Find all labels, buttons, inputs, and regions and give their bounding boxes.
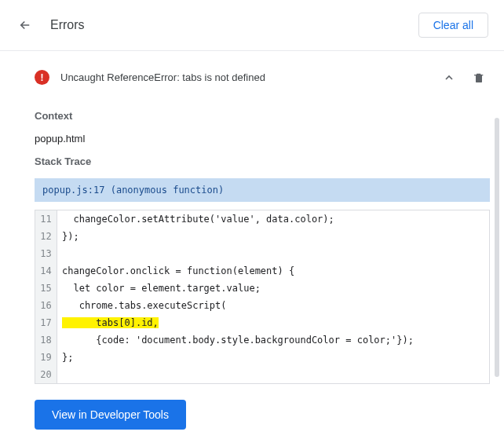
code-line: 18 {code: 'document.body.style.backgroun…	[35, 331, 489, 349]
code-line: 13	[35, 245, 489, 262]
error-message: Uncaught ReferenceError: tabs is not def…	[60, 71, 265, 83]
footer: View in Developer Tools	[0, 384, 504, 430]
code-line: 14changeColor.onclick = function(element…	[35, 262, 489, 280]
back-arrow-icon[interactable]	[17, 17, 33, 33]
code-line-highlight: 17 tabs[0].id,	[35, 314, 489, 331]
code-line: 20	[35, 366, 489, 383]
code-line: 19};	[35, 349, 489, 366]
code-line: 15 let color = element.target.value;	[35, 280, 489, 297]
trash-icon[interactable]	[473, 71, 485, 85]
code-line: 12});	[35, 228, 489, 245]
stack-trace-heading: Stack Trace	[35, 155, 485, 167]
stack-trace-frame[interactable]: popup.js:17 (anonymous function)	[35, 178, 490, 202]
view-dev-tools-button[interactable]: View in Developer Tools	[35, 400, 186, 430]
error-actions	[443, 71, 485, 85]
scrollbar[interactable]	[495, 118, 499, 377]
code-block: 11 changeColor.setAttribute('value', dat…	[35, 210, 490, 384]
header: Errors Clear all	[0, 0, 504, 51]
content: ! Uncaught ReferenceError: tabs is not d…	[0, 51, 504, 384]
error-row[interactable]: ! Uncaught ReferenceError: tabs is not d…	[35, 62, 485, 99]
context-value: popup.html	[35, 133, 485, 145]
code-line: 11 changeColor.setAttribute('value', dat…	[35, 210, 489, 228]
clear-all-button[interactable]: Clear all	[418, 13, 488, 38]
code-line: 16 chrome.tabs.executeScript(	[35, 297, 489, 314]
context-heading: Context	[35, 110, 485, 122]
error-icon: !	[35, 70, 49, 85]
chevron-up-icon[interactable]	[443, 71, 455, 84]
page-title: Errors	[50, 18, 85, 32]
